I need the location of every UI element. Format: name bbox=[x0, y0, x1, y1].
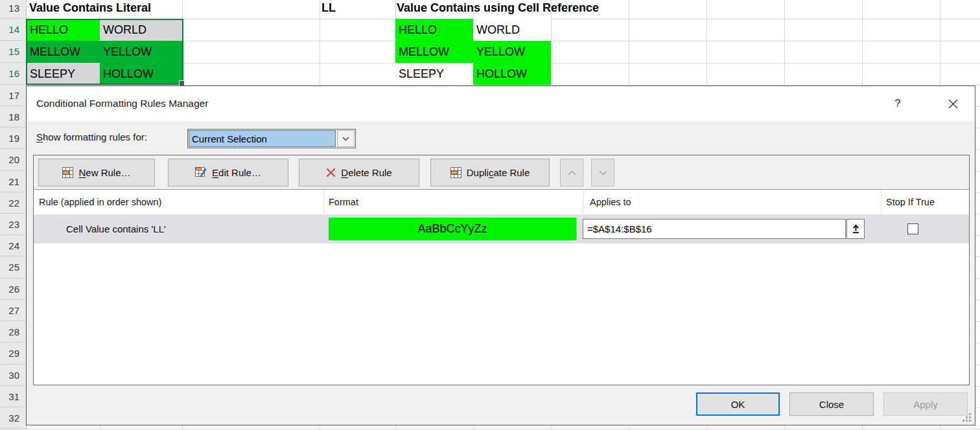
spreadsheet-cell[interactable]: HOLLOW bbox=[473, 63, 551, 85]
new-rule-table-icon bbox=[62, 167, 73, 178]
edit-rule-pencil-icon bbox=[195, 167, 207, 178]
new-rule-label: New Rule… bbox=[78, 167, 130, 178]
duplicate-rule-button[interactable]: Duplicate Rule bbox=[430, 159, 550, 187]
close-icon bbox=[948, 99, 958, 109]
duplicate-rule-label: Duplicate Rule bbox=[467, 167, 530, 178]
edit-rule-button[interactable]: Edit Rule… bbox=[168, 159, 288, 187]
spreadsheet-cell[interactable]: SLEEPY bbox=[395, 63, 473, 85]
chevron-down-icon bbox=[599, 170, 607, 175]
help-button[interactable]: ? bbox=[889, 95, 907, 113]
ok-button[interactable]: OK bbox=[696, 392, 780, 416]
row-header-cell[interactable]: 25 bbox=[0, 256, 25, 278]
header-separator bbox=[323, 190, 324, 214]
move-rule-up-button[interactable] bbox=[560, 159, 583, 187]
collapse-dialog-icon bbox=[852, 224, 860, 234]
rules-list-header: Rule (applied in order shown) Format App… bbox=[34, 190, 969, 215]
column-header-format: Format bbox=[329, 190, 358, 214]
dropdown-selected-value: Current Selection bbox=[189, 130, 336, 147]
apply-button[interactable]: Apply bbox=[883, 392, 968, 416]
row-header-cell[interactable]: 21 bbox=[0, 171, 25, 192]
header-separator bbox=[881, 190, 881, 214]
row-header-column: 1314151617181920212223242526272829303132 bbox=[0, 0, 27, 430]
row-header-cell[interactable]: 29 bbox=[0, 343, 25, 365]
sheet-header-text: Value Contains Literal bbox=[29, 0, 151, 17]
row-header-cell[interactable]: 18 bbox=[0, 106, 25, 128]
rules-groupbox: New Rule… Edit Rule… Delete Rule bbox=[33, 155, 970, 385]
show-rules-label: Show formatting rules for: bbox=[36, 128, 147, 147]
spreadsheet-cell[interactable]: HELLO bbox=[27, 19, 100, 41]
row-header-cell[interactable]: 28 bbox=[0, 321, 25, 343]
format-preview: AaBbCcYyZz bbox=[329, 218, 576, 240]
column-header-rule: Rule (applied in order shown) bbox=[39, 190, 161, 214]
row-header-cell[interactable]: 31 bbox=[0, 386, 25, 407]
row-header-cell[interactable]: 22 bbox=[0, 192, 25, 214]
range-picker-button[interactable] bbox=[846, 219, 865, 239]
spreadsheet-cell[interactable]: YELLOW bbox=[473, 41, 551, 63]
row-header-cell[interactable]: 16 bbox=[0, 63, 25, 85]
column-header-applies-to: Applies to bbox=[590, 190, 631, 214]
row-header-cell[interactable]: 17 bbox=[0, 85, 25, 106]
duplicate-rule-table-icon bbox=[450, 167, 461, 178]
column-header-stop-if-true: Stop If True bbox=[886, 190, 935, 214]
spreadsheet-cell[interactable]: WORLD bbox=[100, 19, 182, 41]
row-header-cell[interactable]: 15 bbox=[0, 41, 25, 63]
rule-description: Cell Value contains 'LL' bbox=[66, 215, 166, 243]
close-button[interactable] bbox=[942, 94, 964, 113]
edit-rule-label: Edit Rule… bbox=[212, 167, 261, 178]
row-header-cell[interactable]: 14 bbox=[0, 19, 25, 41]
row-header-cell[interactable]: 24 bbox=[0, 235, 25, 256]
chevron-down-icon bbox=[342, 137, 349, 141]
row-header-cell[interactable]: 32 bbox=[0, 407, 25, 429]
close-dialog-button[interactable]: Close bbox=[789, 392, 874, 416]
spreadsheet-cell[interactable]: WORLD bbox=[473, 19, 551, 41]
new-rule-button[interactable]: New Rule… bbox=[38, 159, 155, 187]
row-header-cell[interactable]: 27 bbox=[0, 300, 25, 321]
sheet-header-text: LL bbox=[321, 0, 336, 17]
row-header-cell[interactable]: 19 bbox=[0, 128, 25, 149]
move-rule-down-button[interactable] bbox=[591, 159, 614, 187]
resize-grip-dots bbox=[962, 413, 972, 422]
delete-x-icon bbox=[326, 168, 336, 177]
spreadsheet-cell[interactable]: MELLOW bbox=[27, 41, 100, 63]
spreadsheet-cell[interactable]: HELLO bbox=[395, 19, 473, 41]
spreadsheet-cell[interactable]: YELLOW bbox=[100, 41, 182, 63]
row-header-cell[interactable]: 20 bbox=[0, 149, 25, 171]
header-separator bbox=[583, 190, 584, 214]
applies-to-input[interactable] bbox=[583, 219, 846, 239]
row-header-cell[interactable]: 30 bbox=[0, 365, 25, 386]
rules-toolbar: New Rule… Edit Rule… Delete Rule bbox=[34, 155, 969, 190]
delete-rule-label: Delete Rule bbox=[341, 167, 391, 178]
chevron-up-icon bbox=[568, 170, 576, 175]
label-key: S bbox=[36, 131, 43, 142]
dropdown-arrow-button[interactable] bbox=[337, 130, 355, 147]
sheet-header-text: Value Contains using Cell Reference bbox=[397, 0, 599, 17]
row-header-cell[interactable]: 13 bbox=[0, 0, 25, 19]
label-post: how formatting rules for: bbox=[43, 131, 147, 142]
dialog-titlebar: Conditional Formatting Rules Manager ? bbox=[27, 86, 975, 121]
delete-rule-button[interactable]: Delete Rule bbox=[299, 159, 419, 187]
row-header-cell[interactable]: 26 bbox=[0, 278, 25, 300]
spreadsheet-cell[interactable]: MELLOW bbox=[395, 41, 473, 63]
resize-grip[interactable] bbox=[962, 413, 972, 422]
conditional-formatting-rules-manager-dialog: Conditional Formatting Rules Manager ? S… bbox=[26, 85, 975, 425]
gridline bbox=[26, 429, 980, 429]
show-rules-dropdown[interactable]: Current Selection bbox=[187, 129, 356, 148]
spreadsheet-cell[interactable]: HOLLOW bbox=[100, 63, 182, 85]
rule-row[interactable]: Cell Value contains 'LL' AaBbCcYyZz bbox=[34, 215, 969, 243]
stop-if-true-checkbox[interactable] bbox=[907, 223, 918, 234]
row-header-cell[interactable]: 23 bbox=[0, 214, 25, 235]
dialog-title: Conditional Formatting Rules Manager bbox=[36, 86, 208, 121]
spreadsheet-cell[interactable]: SLEEPY bbox=[27, 63, 100, 85]
